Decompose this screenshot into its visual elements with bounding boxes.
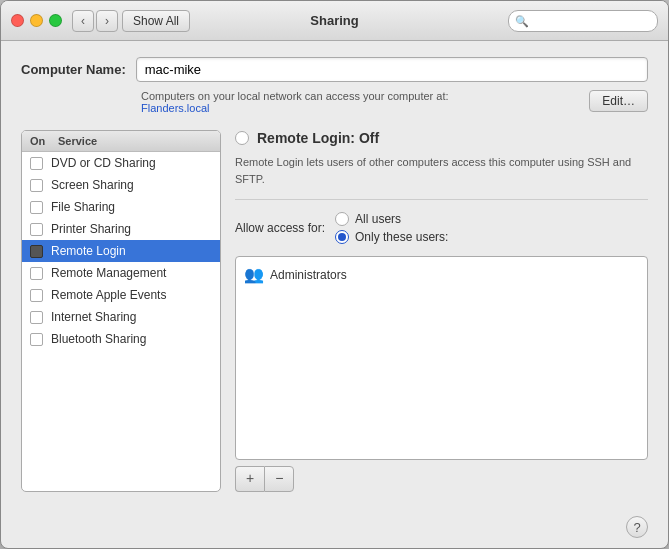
computer-name-input[interactable] [136, 57, 648, 82]
service-name-remote-mgmt: Remote Management [51, 266, 166, 280]
service-item-bluetooth[interactable]: Bluetooth Sharing [22, 328, 220, 350]
local-address-text: Computers on your local network can acce… [141, 90, 579, 114]
services-header: On Service [22, 131, 220, 152]
bottom-bar: ? [1, 508, 668, 548]
col-on-header: On [30, 135, 58, 147]
edit-button[interactable]: Edit… [589, 90, 648, 112]
search-icon: 🔍 [515, 14, 529, 27]
service-item-printer[interactable]: Printer Sharing [22, 218, 220, 240]
traffic-lights [11, 14, 62, 27]
minimize-button[interactable] [30, 14, 43, 27]
close-button[interactable] [11, 14, 24, 27]
services-panel: On Service DVD or CD Sharing Screen Shar… [21, 130, 221, 492]
service-name-remote-events: Remote Apple Events [51, 288, 166, 302]
service-item-screen[interactable]: Screen Sharing [22, 174, 220, 196]
service-item-internet[interactable]: Internet Sharing [22, 306, 220, 328]
col-service-header: Service [58, 135, 212, 147]
service-name-screen: Screen Sharing [51, 178, 134, 192]
access-label: Allow access for: [235, 221, 325, 235]
service-checkbox-file[interactable] [30, 201, 43, 214]
service-status-indicator [235, 131, 249, 145]
main-panel: On Service DVD or CD Sharing Screen Shar… [21, 130, 648, 492]
service-item-file[interactable]: File Sharing [22, 196, 220, 218]
service-item-remote-mgmt[interactable]: Remote Management [22, 262, 220, 284]
service-checkbox-screen[interactable] [30, 179, 43, 192]
radio-all-users[interactable]: All users [335, 212, 448, 226]
window-title: Sharing [310, 13, 358, 28]
service-checkbox-remote-mgmt[interactable] [30, 267, 43, 280]
service-checkbox-dvd[interactable] [30, 157, 43, 170]
service-status-title: Remote Login: Off [257, 130, 379, 146]
maximize-button[interactable] [49, 14, 62, 27]
service-title-row: Remote Login: Off [235, 130, 648, 146]
services-list: DVD or CD Sharing Screen Sharing File Sh… [22, 152, 220, 491]
remove-user-button[interactable]: − [264, 466, 294, 492]
radio-all-users-label: All users [355, 212, 401, 226]
service-name-bluetooth: Bluetooth Sharing [51, 332, 146, 346]
local-address-link[interactable]: Flanders.local [141, 102, 209, 114]
computer-name-row: Computer Name: [21, 57, 648, 82]
computer-name-label: Computer Name: [21, 62, 126, 77]
service-checkbox-bluetooth[interactable] [30, 333, 43, 346]
divider [235, 199, 648, 200]
users-list-box: 👥 Administrators [235, 256, 648, 460]
service-item-dvd[interactable]: DVD or CD Sharing [22, 152, 220, 174]
users-group-icon: 👥 [244, 265, 264, 284]
service-name-remote-login: Remote Login [51, 244, 126, 258]
service-item-remote-login[interactable]: Remote Login [22, 240, 220, 262]
radio-only-users-circle[interactable] [335, 230, 349, 244]
service-description: Remote Login lets users of other compute… [235, 154, 648, 187]
titlebar: ‹ › Show All Sharing 🔍 [1, 1, 668, 41]
access-row: Allow access for: All users Only these u… [235, 212, 648, 244]
help-button[interactable]: ? [626, 516, 648, 538]
service-checkbox-remote-login[interactable] [30, 245, 43, 258]
service-item-remote-events[interactable]: Remote Apple Events [22, 284, 220, 306]
system-preferences-window: ‹ › Show All Sharing 🔍 Computer Name: Co… [0, 0, 669, 549]
local-address-row: Computers on your local network can acce… [21, 90, 648, 114]
main-content: Computer Name: Computers on your local n… [1, 41, 668, 508]
service-checkbox-printer[interactable] [30, 223, 43, 236]
radio-group: All users Only these users: [335, 212, 448, 244]
radio-only-users-label: Only these users: [355, 230, 448, 244]
service-name-printer: Printer Sharing [51, 222, 131, 236]
search-input[interactable] [508, 10, 658, 32]
search-box: 🔍 [508, 10, 658, 32]
back-button[interactable]: ‹ [72, 10, 94, 32]
service-name-dvd: DVD or CD Sharing [51, 156, 156, 170]
nav-buttons: ‹ › [72, 10, 118, 32]
right-panel: Remote Login: Off Remote Login lets user… [235, 130, 648, 492]
users-item-label: Administrators [270, 268, 347, 282]
users-list-item-admins: 👥 Administrators [244, 265, 639, 284]
service-name-internet: Internet Sharing [51, 310, 136, 324]
service-checkbox-remote-events[interactable] [30, 289, 43, 302]
forward-button[interactable]: › [96, 10, 118, 32]
add-user-button[interactable]: + [235, 466, 264, 492]
show-all-button[interactable]: Show All [122, 10, 190, 32]
service-name-file: File Sharing [51, 200, 115, 214]
radio-all-users-circle[interactable] [335, 212, 349, 226]
list-actions: + − [235, 466, 648, 492]
radio-only-users[interactable]: Only these users: [335, 230, 448, 244]
service-checkbox-internet[interactable] [30, 311, 43, 324]
